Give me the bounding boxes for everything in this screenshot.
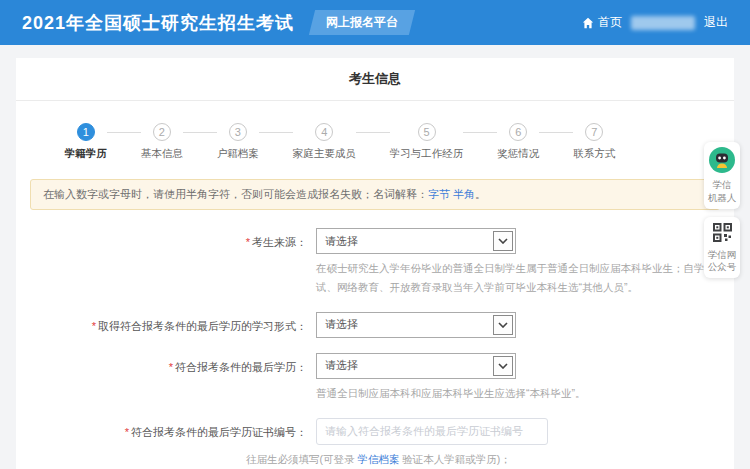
- redacted-username: [631, 16, 695, 30]
- page-title: 考生信息: [16, 58, 734, 101]
- platform-badge-label: 网上报名平台: [326, 14, 398, 31]
- step-label: 家庭主要成员: [293, 147, 356, 161]
- platform-badge: 网上报名平台: [309, 10, 415, 35]
- step-connector: [107, 132, 141, 133]
- main-card: 考生信息 1 学籍学历 2 基本信息 3 户籍档案 4 家庭主要成员 5 学习与…: [16, 58, 734, 469]
- step-number: 6: [509, 123, 527, 141]
- form-row-source: *考生来源： 请选择 在硕士研究生入学年份毕业的普通全日制学生属于普通全日制应届…: [16, 228, 734, 297]
- last-degree-select[interactable]: 请选择: [316, 353, 516, 379]
- cert-no-help-line1: 往届生必须填写(可登录 学信档案 验证本人学籍或学历)；: [246, 450, 676, 469]
- step-label: 户籍档案: [217, 147, 259, 161]
- last-degree-label: *符合报考条件的最后学历：: [16, 353, 316, 403]
- step-huji-dangan[interactable]: 3 户籍档案: [217, 123, 259, 161]
- study-form-select[interactable]: 请选择: [316, 312, 516, 338]
- qr-code-icon: [712, 222, 733, 243]
- notice-text: 在输入数字或字母时，请使用半角字符，否则可能会造成报名失败；名词解释：: [43, 188, 428, 200]
- xuexin-robot-button[interactable]: 学信 机器人: [704, 142, 740, 209]
- step-connector: [259, 132, 293, 133]
- halfwidth-term-link[interactable]: 半角: [453, 188, 475, 200]
- chevron-down-icon: [493, 315, 513, 335]
- step-family-members[interactable]: 4 家庭主要成员: [293, 123, 356, 161]
- robot-label: 学信 机器人: [706, 179, 738, 205]
- notice-period: 。: [475, 188, 486, 200]
- step-label: 奖惩情况: [497, 147, 539, 161]
- floating-widgets: 学信 机器人 学信网: [704, 142, 740, 286]
- source-select-value: 请选择: [325, 234, 358, 249]
- step-xueji-xueli[interactable]: 1 学籍学历: [65, 123, 107, 161]
- wizard-stepper: 1 学籍学历 2 基本信息 3 户籍档案 4 家庭主要成员 5 学习与工作经历 …: [16, 101, 734, 167]
- step-number: 1: [77, 123, 95, 141]
- required-mark: *: [246, 236, 250, 248]
- step-basic-info[interactable]: 2 基本信息: [141, 123, 183, 161]
- byte-term-link[interactable]: 字节: [428, 188, 450, 200]
- step-number: 7: [585, 123, 603, 141]
- chevron-down-icon: [493, 356, 513, 376]
- last-degree-help-text: 普通全日制应届本科和应届本科毕业生应选择“本科毕业”。: [316, 384, 734, 403]
- form-row-cert-no: *符合报考条件的最后学历证书编号： 往届生必须填写(可登录 学信档案 验证本人学…: [16, 418, 734, 469]
- app-header: 2021年全国硕士研究生招生考试 网上报名平台 首页 退出: [0, 0, 750, 45]
- step-connector: [539, 132, 573, 133]
- step-contact[interactable]: 7 联系方式: [573, 123, 615, 161]
- xuexin-qrcode-button[interactable]: 学信网 公众号: [704, 217, 740, 279]
- step-label: 联系方式: [573, 147, 615, 161]
- required-mark: *: [125, 426, 129, 438]
- step-connector: [183, 132, 217, 133]
- robot-avatar-icon: [709, 147, 735, 173]
- step-number: 2: [153, 123, 171, 141]
- cert-no-input[interactable]: [316, 418, 548, 445]
- study-form-label: *取得符合报考条件的最后学历的学习形式：: [16, 312, 316, 338]
- step-connector: [356, 132, 390, 133]
- step-number: 4: [315, 123, 333, 141]
- home-link[interactable]: 首页: [582, 14, 622, 31]
- step-study-work[interactable]: 5 学习与工作经历: [390, 123, 464, 161]
- chevron-down-icon: [493, 231, 513, 251]
- step-label: 学籍学历: [65, 147, 107, 161]
- required-mark: *: [92, 320, 96, 332]
- halfwidth-notice-bar: 在输入数字或字母时，请使用半角字符，否则可能会造成报名失败；名词解释：字节 半角…: [30, 179, 720, 210]
- step-label: 基本信息: [141, 147, 183, 161]
- source-label: *考生来源：: [16, 228, 316, 297]
- xuexin-archive-link[interactable]: 学信档案: [357, 453, 399, 465]
- header-nav: 首页 退出: [582, 14, 728, 31]
- last-degree-select-value: 请选择: [325, 358, 358, 373]
- xueji-xueli-form: *考生来源： 请选择 在硕士研究生入学年份毕业的普通全日制学生属于普通全日制应届…: [16, 214, 734, 469]
- cert-no-help-text: 往届生必须填写(可登录 学信档案 验证本人学籍或学历)； 按毕业证书上的“证书编…: [246, 450, 676, 469]
- home-link-label: 首页: [598, 14, 622, 31]
- required-mark: *: [169, 361, 173, 373]
- source-select[interactable]: 请选择: [316, 228, 516, 254]
- app-title: 2021年全国硕士研究生招生考试: [22, 11, 294, 35]
- step-connector: [463, 132, 497, 133]
- source-help-text: 在硕士研究生入学年份毕业的普通全日制学生属于普通全日制应届本科毕业生；自学考试、…: [316, 259, 734, 297]
- step-rewards[interactable]: 6 奖惩情况: [497, 123, 539, 161]
- study-form-select-value: 请选择: [325, 317, 358, 332]
- home-icon: [582, 17, 594, 29]
- logout-link-label: 退出: [704, 14, 728, 31]
- logout-link[interactable]: 退出: [704, 14, 728, 31]
- form-row-last-degree: *符合报考条件的最后学历： 请选择 普通全日制应届本科和应届本科毕业生应选择“本…: [16, 353, 734, 403]
- qrcode-label: 学信网 公众号: [706, 249, 738, 275]
- step-number: 3: [229, 123, 247, 141]
- step-label: 学习与工作经历: [390, 147, 464, 161]
- form-row-study-form: *取得符合报考条件的最后学历的学习形式： 请选择: [16, 312, 734, 338]
- step-number: 5: [418, 123, 436, 141]
